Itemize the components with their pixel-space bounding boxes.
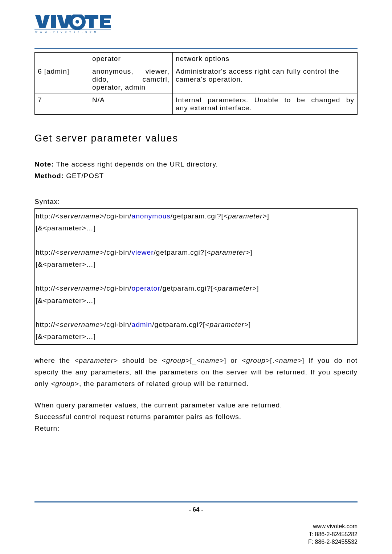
section-heading: Get server parameter values [34,133,358,144]
return-label: Return: [34,423,358,434]
note-line: Note: The access right depends on the UR… [34,159,358,170]
footer-tel: T: 886-2-82455282 [308,530,358,538]
syntax-line: http://<servername>/cgi-bin/anonymous/ge… [36,210,356,222]
privilege-table: operator network options 6 [admin] anony… [34,52,358,115]
syntax-line: http://<servername>/cgi-bin/admin/getpar… [36,319,356,331]
syntax-line: [&<parameter>…] [36,295,356,307]
syntax-line: [&<parameter>…] [36,222,356,234]
footer-rules [34,499,358,503]
cell [35,53,89,65]
footer-fax: F: 886-2-82455532 [308,538,358,546]
paragraph: where the <parameter> should be <group>[… [34,355,358,390]
syntax-line: [&<parameter>…] [36,258,356,270]
syntax-line: http://<servername>/cgi-bin/operator/get… [36,282,356,294]
footer-url: www.vivotek.com [308,522,358,530]
cell: N/A [89,94,173,115]
note-text: The access right depends on the URL dire… [54,160,218,168]
cell: anonymous, viewer, dido, camctrl, operat… [89,65,173,94]
table-row: 7 N/A Internal parameters. Unable to be … [35,94,358,115]
header-rule-thin [34,50,358,50]
method-line: Method: GET/POST [34,170,358,182]
method-text: GET/POST [64,172,104,180]
table-row: operator network options [35,53,358,65]
footer-contact: www.vivotek.com T: 886-2-82455282 F: 886… [308,522,358,546]
cell: Administrator's access right can fully c… [173,65,358,94]
cell: 7 [35,94,89,115]
cell: network options [173,53,358,65]
role-viewer: viewer [132,249,154,256]
role-admin: admin [132,321,152,328]
syntax-line: [&<parameter>…] [36,331,356,342]
role-operator: operator [132,284,160,292]
paragraph: Successful control request returns param… [34,411,358,423]
syntax-label: Syntax: [34,196,358,208]
page-number: - 64 - [0,506,392,513]
header-rule-thick [34,48,358,49]
method-label: Method: [34,172,64,180]
svg-point-3 [75,20,79,24]
role-anonymous: anonymous [132,212,171,220]
svg-text:W W W . V I V O T E K . C O M: W W W . V I V O T E K . C O M [35,31,97,33]
syntax-line: http://<servername>/cgi-bin/viewer/getpa… [36,246,356,258]
note-label: Note: [34,160,54,168]
table-row: 6 [admin] anonymous, viewer, dido, camct… [35,65,358,94]
cell: operator [89,53,173,65]
brand-logo: W W W . V I V O T E K . C O M [34,15,358,37]
svg-rect-1 [51,15,56,28]
cell: Internal parameters. Unable to be change… [173,94,358,115]
paragraph: When query parameter values, the current… [34,399,358,411]
cell: 6 [admin] [35,65,89,94]
syntax-box: http://<servername>/cgi-bin/anonymous/ge… [34,208,358,345]
